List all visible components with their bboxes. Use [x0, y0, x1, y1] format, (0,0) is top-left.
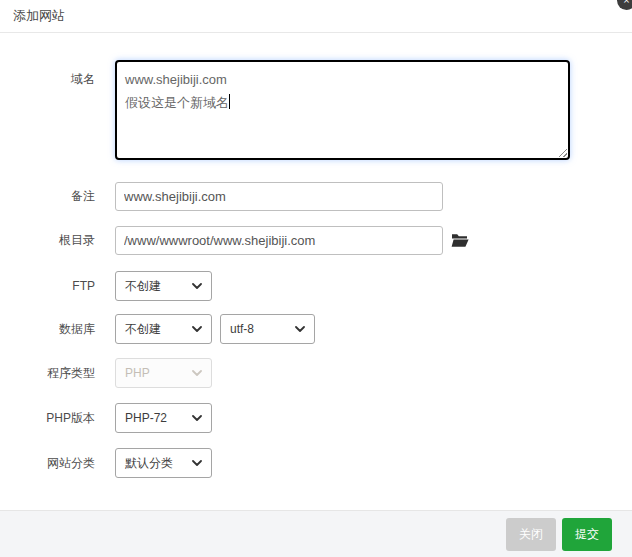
program-type-select-value: PHP [125, 366, 150, 380]
site-category-select[interactable]: 默认分类 [115, 448, 212, 478]
resize-grip-icon[interactable] [557, 147, 567, 157]
php-version-select[interactable]: PHP-72 [115, 403, 212, 433]
form-row-site-category: 网站分类 默认分类 [0, 448, 632, 478]
database-select[interactable]: 不创建 [115, 314, 212, 344]
close-button[interactable]: 关闭 [506, 518, 556, 551]
form-row-php-version: PHP版本 PHP-72 [0, 403, 632, 433]
php-version-label: PHP版本 [0, 410, 95, 427]
ftp-label: FTP [0, 279, 95, 293]
chevron-down-icon [295, 326, 305, 332]
ftp-select[interactable]: 不创建 [115, 271, 212, 301]
root-path-input[interactable] [115, 226, 443, 255]
form-row-program-type: 程序类型 PHP [0, 358, 632, 388]
site-category-label: 网站分类 [0, 455, 95, 472]
note-label: 备注 [0, 188, 95, 205]
form-row-root: 根目录 [0, 226, 632, 255]
charset-select-value: utf-8 [230, 322, 254, 336]
database-label: 数据库 [0, 321, 95, 338]
chevron-down-icon [192, 283, 202, 289]
root-label: 根目录 [0, 232, 95, 249]
note-input[interactable] [115, 182, 443, 211]
chevron-down-icon [192, 370, 202, 376]
php-version-select-value: PHP-72 [125, 411, 167, 425]
domain-line1: www.shejibiji.com [125, 72, 227, 87]
form-row-domain: 域名 www.shejibiji.com 假设这是个新域名 [0, 60, 632, 160]
chevron-down-icon [192, 460, 202, 466]
text-caret [229, 94, 230, 109]
chevron-down-icon [192, 326, 202, 332]
dialog-title: 添加网站 [13, 8, 65, 23]
ftp-select-value: 不创建 [125, 278, 161, 295]
add-site-dialog: × 添加网站 域名 www.shejibiji.com 假设这是个新域名 备注 … [0, 0, 632, 557]
form-row-database: 数据库 不创建 utf-8 [0, 314, 632, 344]
domain-label: 域名 [0, 60, 95, 88]
add-site-form: 域名 www.shejibiji.com 假设这是个新域名 备注 根目录 [0, 33, 632, 478]
domain-line2: 假设这是个新域名 [125, 95, 229, 110]
dialog-footer: 关闭 提交 [0, 510, 632, 557]
domain-textarea[interactable]: www.shejibiji.com 假设这是个新域名 [115, 60, 570, 160]
form-row-ftp: FTP 不创建 [0, 271, 632, 301]
database-select-value: 不创建 [125, 321, 161, 338]
program-type-select: PHP [115, 358, 212, 388]
chevron-down-icon [192, 415, 202, 421]
submit-button[interactable]: 提交 [562, 518, 612, 551]
program-type-label: 程序类型 [0, 365, 95, 382]
dialog-header: 添加网站 [0, 0, 632, 33]
site-category-select-value: 默认分类 [125, 455, 173, 472]
folder-icon[interactable] [451, 233, 469, 248]
charset-select[interactable]: utf-8 [220, 314, 315, 344]
form-row-note: 备注 [0, 182, 632, 211]
